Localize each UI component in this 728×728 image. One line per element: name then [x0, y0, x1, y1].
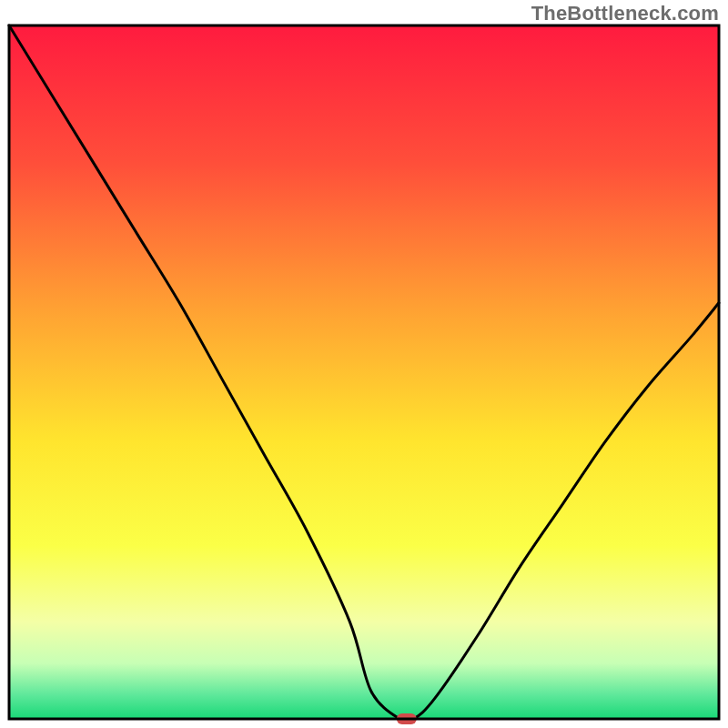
- plot-background: [9, 25, 719, 719]
- chart-container: TheBottleneck.com: [0, 0, 728, 728]
- watermark-text: TheBottleneck.com: [531, 2, 719, 25]
- bottleneck-chart: [0, 0, 728, 728]
